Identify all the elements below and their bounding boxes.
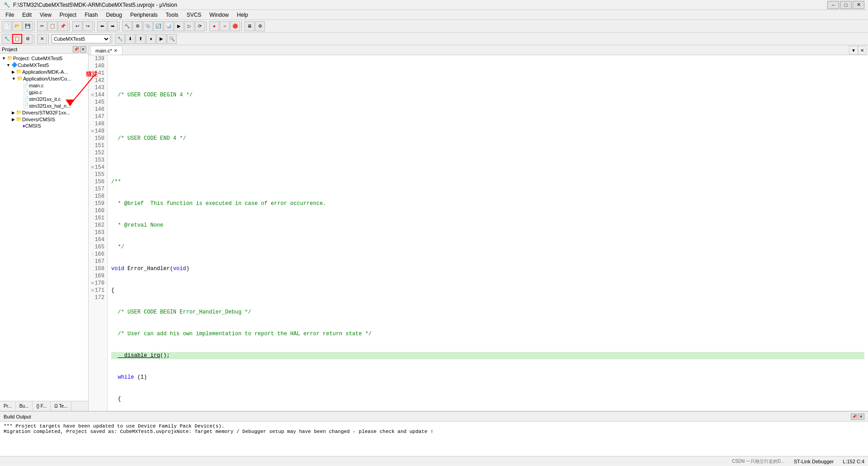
menu-item-help[interactable]: Help [233,11,252,19]
build-pin-button[interactable]: 📌 [851,414,857,420]
view-btn1[interactable]: 🖥 [245,21,255,31]
tree-item-mainc[interactable]: 📄 main.c [1,82,87,89]
panel-tab-project[interactable]: Pr... [0,401,16,411]
panel-tab-functions[interactable]: {} F... [33,401,51,411]
ln-152: 152 [91,149,104,157]
close-button[interactable]: ✕ [853,1,864,9]
code-span: { [111,287,114,294]
menu-item-flash[interactable]: Flash [81,11,101,19]
code-content[interactable]: /* USER CODE BEGIN 4 */ /* USER CODE END… [108,55,868,411]
menu-item-view[interactable]: View [36,11,55,19]
proj-btn2[interactable]: 📋 [12,34,22,44]
new-file-button[interactable]: 📄 [2,21,12,31]
undo-button[interactable]: ↩ [72,21,82,31]
toolbar-separator6 [241,21,243,31]
copy-button[interactable]: 📋 [47,21,57,31]
menu-item-tools[interactable]: Tools [162,11,182,19]
ln-151: 151 [91,142,104,149]
build-close-button[interactable]: ✕ [858,414,864,420]
expand-icon5: ▶ [12,110,15,115]
code-line-147: */ [111,243,864,251]
tree-item-user[interactable]: ▼ 📁 Application/User/Co... [1,75,87,82]
tree-item-cmsis-folder[interactable]: ▶ 📁 Drivers/CMSIS [1,116,87,123]
close-editor-button[interactable]: ✕ [858,46,866,55]
tree-root-icon: 🔷 [11,62,18,68]
nav-fwd-button[interactable]: ➡ [108,21,118,31]
menu-item-peripherals[interactable]: Peripherals [127,11,161,19]
view-btn2[interactable]: ⚙ [255,21,265,31]
panel-pin-button[interactable]: 📌 [73,46,79,52]
ln-139: 139 [91,55,104,62]
tree-item-mdk[interactable]: ▶ 📁 Application/MDK-A... [1,68,87,75]
code-span: */ [111,243,124,251]
tree-item-project[interactable]: ▼ 📁 Project: CubeMXTest5 [1,55,87,62]
menu-item-file[interactable]: File [2,11,18,19]
menu-item-edit[interactable]: Edit [19,11,35,19]
flash-btn5[interactable]: 🔍 [167,34,177,44]
debug-btn3[interactable]: 🔴 [230,21,240,31]
redo-button[interactable]: ↪ [83,21,93,31]
proj-btn1[interactable]: 🔧 [2,34,12,44]
code-span: void Error_Handler(void) [111,265,189,272]
target-selector[interactable]: CubeMXTest5 [52,34,110,43]
project-tree: ▼ 📁 Project: CubeMXTest5 ▼ 🔷 CubeMXTest5… [0,54,88,401]
code-span: /* USER CODE BEGIN Error_Handler_Debug *… [111,309,251,316]
menu-item-svcs[interactable]: SVCS [183,11,205,19]
tree-item-gpioc[interactable]: 📄 gpio.c [1,89,87,95]
toolbar2-sep2 [48,34,50,44]
debug-btn1[interactable]: ● [209,21,219,31]
menu-item-debug[interactable]: Debug [103,11,126,19]
build-line-2: Migration completed, Project saved as: C… [4,429,864,434]
panel-tab-templates[interactable]: Ω Te... [51,401,71,411]
flash-btn1[interactable]: ⬇ [125,34,135,44]
cut-button[interactable]: ✂ [37,21,47,31]
code-line-151: /* User can add his own implementation t… [111,330,864,338]
build-btn4[interactable]: 🔃 [153,21,163,31]
panel-tab-books[interactable]: Bu... [16,401,33,411]
open-button[interactable]: 📂 [12,21,22,31]
tree-mdk-icon: 📁 [16,69,22,75]
target-btn1[interactable]: 🔧 [115,34,125,44]
proj-btn3[interactable]: ⚙ [23,34,33,44]
panel-close-button[interactable]: ✕ [80,46,86,52]
tree-item-cmsis[interactable]: ♦ CMSIS [1,123,87,129]
ln-145: 145 [91,99,104,106]
flash-btn2[interactable]: ⬆ [136,34,146,44]
ln-154: ⊟154 [91,164,104,171]
tab-list-button[interactable]: ▼ [849,46,858,55]
project-panel-title: Project [2,47,17,52]
save-button[interactable]: 💾 [23,21,33,31]
maximize-button[interactable]: □ [840,1,852,9]
paste-button[interactable]: 📌 [58,21,68,31]
ln-166: –166 [91,251,104,258]
nav-back-button[interactable]: ⬅ [97,21,107,31]
build-btn5[interactable]: 📊 [164,21,174,31]
build-line-1: *** Project targets have been updated to… [4,423,864,429]
build-btn3[interactable]: 📎 [143,21,153,31]
ln-149: ⊟149 [91,128,104,135]
tree-mdk-label: Application/MDK-A... [22,69,68,75]
expand-icon: ▼ [2,56,6,61]
build-btn8[interactable]: ⟳ [195,21,205,31]
code-line-144: /** [111,178,864,185]
build-btn1[interactable]: 🔨 [122,21,132,31]
minimize-button[interactable]: − [827,1,839,9]
tree-item-stm32it[interactable]: 📄 stm32f1xx_it.c [1,95,87,102]
proj-btn4[interactable]: ✕ [37,34,47,44]
flash-btn3[interactable]: ♦ [146,34,156,44]
build-btn7[interactable]: ▷ [184,21,194,31]
code-span: /* USER CODE BEGIN 4 */ [111,91,193,99]
tree-item-root[interactable]: ▼ 🔷 CubeMXTest5 [1,62,87,68]
app-icon: 🔧 [4,2,10,8]
tree-item-stm32hal[interactable]: 📄 stm32f1xx_hal_n... [1,102,87,109]
menu-item-project[interactable]: Project [56,11,80,19]
tab-close-icon[interactable]: ✕ [114,48,118,53]
build-btn6[interactable]: ▶ [174,21,184,31]
build-btn2[interactable]: ⚙ [132,21,142,31]
flash-btn4[interactable]: ▶ [156,34,166,44]
tree-item-drivers[interactable]: ▶ 📁 Drivers/STM32F1xx... [1,109,87,116]
code-container[interactable]: 139 140 141 142 143 ⊟144 145 146 147 148… [89,55,868,411]
debug-btn2[interactable]: ○ [220,21,230,31]
menu-item-window[interactable]: Window [206,11,232,19]
editor-tab-main[interactable]: main.c* ✕ [90,46,123,55]
